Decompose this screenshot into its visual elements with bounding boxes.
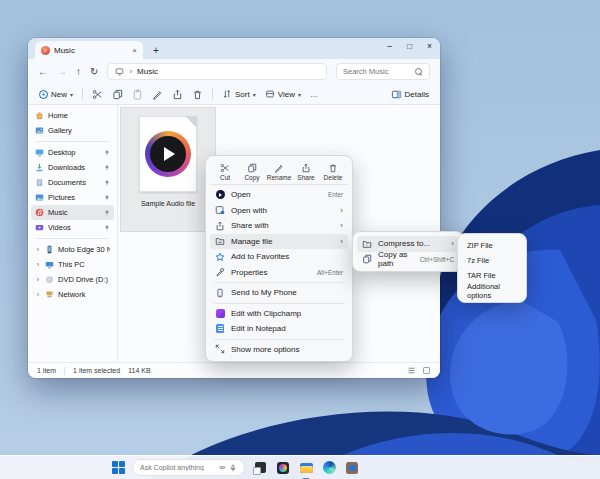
chevron-down-icon: ▾ (298, 91, 301, 98)
close-button[interactable]: × (427, 41, 432, 51)
address-bar[interactable]: › Music (107, 63, 327, 80)
sidebar-item-home[interactable]: Home (31, 108, 114, 123)
minimize-button[interactable]: – (387, 41, 392, 51)
menu-item-manage-file[interactable]: Manage file › (210, 234, 348, 250)
sidebar-item-videos[interactable]: Videos (31, 220, 114, 235)
menu-item-copy-as-path[interactable]: Copy as path Ctrl+Shift+C (357, 252, 459, 268)
chevron-right-icon[interactable]: › (35, 291, 41, 298)
menu-item-send-to-my-phone[interactable]: Send to My Phone (210, 285, 348, 301)
sidebar-item-label: Moto Edge 30 Neo (58, 245, 110, 254)
menu-item-show-more-options[interactable]: Show more options (210, 342, 348, 358)
back-button[interactable]: ← (38, 67, 48, 77)
menu-item-additional-options[interactable]: Additional options (462, 283, 522, 298)
menu-item-label: Properties (231, 268, 267, 277)
menu-item-add-to-favorites[interactable]: Add to Favorites (210, 249, 348, 265)
rename-icon[interactable] (152, 89, 163, 100)
chevron-right-icon[interactable]: › (35, 261, 41, 268)
microphone-icon[interactable] (229, 464, 237, 472)
task-view-button[interactable] (252, 460, 268, 476)
notepad-icon (216, 324, 224, 333)
share-icon[interactable] (172, 89, 183, 100)
menu-item-edit-with-clipchamp[interactable]: Edit with Clipchamp (210, 306, 348, 322)
view-button[interactable]: View ▾ (265, 89, 301, 99)
sort-button[interactable]: Sort ▾ (222, 89, 256, 99)
play-icon (164, 147, 175, 161)
store-button[interactable] (344, 460, 360, 476)
share-button[interactable]: Share (293, 161, 319, 181)
copy-button[interactable]: Copy (239, 161, 265, 181)
page-fold (185, 116, 197, 128)
paste-icon[interactable] (132, 89, 143, 100)
sidebar-item-dvd-drive[interactable]: › DVD Drive (D:) CCC (31, 272, 114, 287)
menu-item-label: Send to My Phone (231, 288, 297, 297)
chevron-right-icon[interactable]: › (35, 246, 41, 253)
tab-music[interactable]: ♪ Music × (35, 41, 143, 59)
menu-item-label: Edit in Notepad (231, 324, 286, 333)
details-view-icon[interactable] (407, 366, 416, 375)
breadcrumb[interactable]: Music (137, 67, 158, 76)
menu-item-compress-to[interactable]: Compress to... › (357, 236, 459, 252)
chevron-right-icon[interactable]: › (35, 276, 41, 283)
search-input[interactable] (343, 67, 411, 76)
maximize-button[interactable]: □ (407, 41, 412, 51)
sidebar-item-gallery[interactable]: Gallery (31, 123, 114, 138)
menu-item-share-with[interactable]: Share with › (210, 218, 348, 234)
sidebar-item-label: This PC (58, 260, 85, 269)
refresh-button[interactable]: ↻ (90, 67, 98, 77)
sidebar-item-label: Videos (48, 223, 71, 232)
menu-item-open-with[interactable]: Open with › (210, 203, 348, 219)
sidebar-item-network[interactable]: › Network (31, 287, 114, 302)
sidebar-item-documents[interactable]: Documents (31, 175, 114, 190)
play-ring (145, 131, 191, 177)
search-box[interactable] (336, 63, 430, 80)
tab-close-icon[interactable]: × (132, 46, 137, 55)
delete-icon[interactable] (192, 89, 203, 100)
menu-item-label: Show more options (231, 345, 299, 354)
edge-button[interactable] (321, 460, 337, 476)
new-button[interactable]: + New ▾ (39, 90, 73, 99)
monitor-icon (115, 67, 124, 76)
delete-button[interactable]: Delete (320, 161, 346, 181)
plus-icon: + (39, 90, 48, 99)
menu-item-open[interactable]: Open Enter (210, 187, 348, 203)
menu-item-label: Share with (231, 221, 269, 230)
cut-icon[interactable] (92, 89, 103, 100)
copilot-search-input[interactable] (140, 464, 215, 471)
start-button[interactable] (112, 461, 125, 474)
cut-icon (220, 163, 230, 173)
sidebar-item-music[interactable]: Music (31, 205, 114, 220)
up-button[interactable]: ↑ (76, 67, 81, 77)
details-button[interactable]: Details (391, 89, 429, 100)
sidebar-item-downloads[interactable]: Downloads (31, 160, 114, 175)
menu-item-properties[interactable]: Properties Alt+Enter (210, 265, 348, 281)
divider (214, 303, 344, 304)
cut-button[interactable]: Cut (212, 161, 238, 181)
shortcut-label: Ctrl+Shift+C (420, 256, 454, 263)
large-icons-view-icon[interactable] (422, 366, 431, 375)
menu-item-edit-in-notepad[interactable]: Edit in Notepad (210, 321, 348, 337)
clipchamp-icon (216, 309, 225, 318)
file-explorer-button[interactable] (298, 460, 314, 476)
menu-item-label: ZIP File (467, 241, 493, 250)
file-tile-sample-audio[interactable]: Sample Audio file (120, 107, 216, 232)
photos-button[interactable] (275, 460, 291, 476)
divider (64, 367, 65, 375)
menu-item-zip-file[interactable]: ZIP File (462, 238, 522, 253)
sidebar-item-desktop[interactable]: Desktop (31, 145, 114, 160)
menu-item-label: Add to Favorites (231, 252, 289, 261)
menu-item-7z-file[interactable]: 7z File (462, 253, 522, 268)
sidebar: Home Gallery Desktop Downloads (28, 105, 118, 362)
desktop: ♪ Music × + – □ × ← → ↑ ↻ › Music (0, 0, 600, 479)
sidebar-item-phone-device[interactable]: › Moto Edge 30 Neo (31, 242, 114, 257)
sidebar-item-label: DVD Drive (D:) CCC (58, 275, 110, 284)
new-tab-button[interactable]: + (153, 45, 159, 56)
more-options-button[interactable]: … (310, 90, 318, 99)
sidebar-item-pictures[interactable]: Pictures (31, 190, 114, 205)
quick-actions-row: Cut Copy Rename Share Delete (210, 160, 348, 185)
forward-button[interactable]: → (57, 67, 67, 77)
taskbar-search[interactable]: ∞ (132, 459, 245, 476)
copy-icon[interactable] (112, 89, 123, 100)
pin-icon (104, 180, 110, 186)
rename-button[interactable]: Rename (266, 161, 292, 181)
sidebar-item-this-pc[interactable]: › This PC (31, 257, 114, 272)
